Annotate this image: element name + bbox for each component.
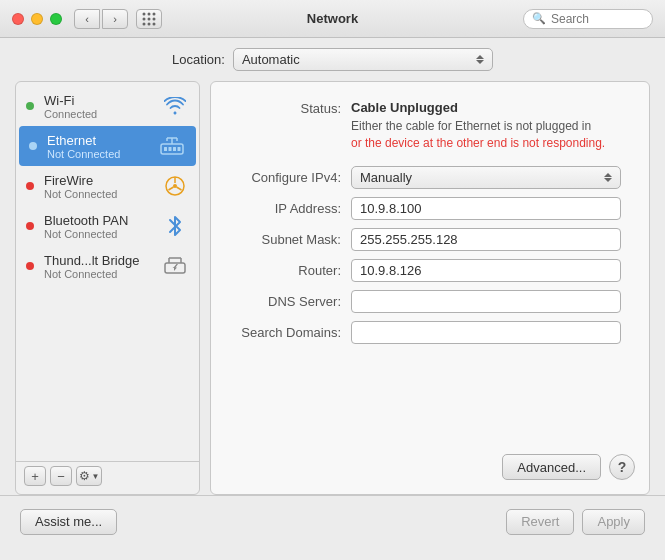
main-content: Wi-Fi Connected [0,81,665,495]
svg-line-20 [169,187,174,190]
gear-icon: ⚙ [79,469,90,483]
status-row: Status: Cable Unplugged Either the cable… [231,100,629,152]
sidebar-item-firewire[interactable]: FireWire Not Connected [16,166,199,206]
thunderbolt-name: Thund...lt Bridge [44,253,151,268]
status-label: Status: [231,100,351,116]
advanced-button[interactable]: Advanced... [502,454,601,480]
location-label: Location: [172,52,225,67]
search-domains-row: Search Domains: [231,321,629,344]
firewire-icon [161,172,189,200]
arrow-down-icon [476,60,484,64]
bottom-bar: Assist me... Revert Apply [0,495,665,547]
dns-row: DNS Server: [231,290,629,313]
svg-line-21 [177,187,182,190]
search-box[interactable]: 🔍 [523,9,653,29]
revert-button[interactable]: Revert [506,509,574,535]
traffic-lights [12,13,62,25]
firewire-status-dot [26,182,34,190]
arrow-up-icon [604,173,612,177]
detail-panel: Status: Cable Unplugged Either the cable… [210,81,650,495]
location-select-arrow [476,55,484,64]
sidebar-item-wifi[interactable]: Wi-Fi Connected [16,86,199,126]
ethernet-status-dot [29,142,37,150]
svg-point-4 [148,17,151,20]
network-settings-gear-button[interactable]: ⚙ ▼ [76,466,102,486]
svg-point-2 [153,12,156,15]
help-button[interactable]: ? [609,454,635,480]
configure-select-arrow [604,173,612,182]
router-input[interactable] [351,259,621,282]
search-domains-label: Search Domains: [231,325,351,340]
location-select[interactable]: Automatic [233,48,493,71]
forward-button[interactable]: › [102,9,128,29]
subnet-label: Subnet Mask: [231,232,351,247]
close-button[interactable] [12,13,24,25]
ethernet-name: Ethernet [47,133,148,148]
wifi-name: Wi-Fi [44,93,151,108]
router-label: Router: [231,263,351,278]
subnet-row: Subnet Mask: [231,228,629,251]
svg-rect-13 [178,147,181,151]
back-button[interactable]: ‹ [74,9,100,29]
svg-point-8 [153,22,156,25]
svg-point-7 [148,22,151,25]
arrow-down-icon [604,178,612,182]
location-bar: Location: Automatic [0,38,665,81]
titlebar: ‹ › Network 🔍 [0,0,665,38]
status-value-block: Cable Unplugged Either the cable for Eth… [351,100,605,152]
status-description: Either the cable for Ethernet is not plu… [351,118,605,152]
bluetooth-status: Not Connected [44,228,151,240]
router-row: Router: [231,259,629,282]
status-title: Cable Unplugged [351,100,605,115]
search-domains-input[interactable] [351,321,621,344]
assist-me-button[interactable]: Assist me... [20,509,117,535]
wifi-status-dot [26,102,34,110]
bluetooth-name: Bluetooth PAN [44,213,151,228]
ethernet-status: Not Connected [47,148,148,160]
svg-point-22 [173,184,177,188]
firewire-status: Not Connected [44,188,151,200]
ip-label: IP Address: [231,201,351,216]
svg-point-3 [143,17,146,20]
svg-point-1 [148,12,151,15]
add-network-button[interactable]: + [24,466,46,486]
sidebar: Wi-Fi Connected [15,81,200,495]
wifi-status: Connected [44,108,151,120]
arrow-up-icon [476,55,484,59]
firewire-name: FireWire [44,173,151,188]
dns-input[interactable] [351,290,621,313]
ip-row: IP Address: [231,197,629,220]
configure-value: Manually [360,170,412,185]
grid-button[interactable] [136,9,162,29]
wifi-icon [161,92,189,120]
minimize-button[interactable] [31,13,43,25]
sidebar-items-container: Wi-Fi Connected [16,82,199,461]
thunderbolt-icon [161,252,189,280]
thunderbolt-status: Not Connected [44,268,151,280]
sidebar-list: Wi-Fi Connected [16,82,199,290]
configure-select[interactable]: Manually [351,166,621,189]
search-icon: 🔍 [532,12,546,25]
sidebar-item-thunderbolt[interactable]: Thund...lt Bridge Not Connected [16,246,199,286]
remove-network-button[interactable]: − [50,466,72,486]
svg-rect-11 [169,147,172,151]
svg-rect-12 [173,147,176,151]
ethernet-icon [158,132,186,160]
sidebar-item-ethernet[interactable]: Ethernet Not Connected [19,126,196,166]
sidebar-footer: + − ⚙ ▼ [16,461,199,490]
configure-label: Configure IPv4: [231,170,351,185]
configure-row: Configure IPv4: Manually [231,166,629,189]
nav-buttons: ‹ › [74,9,128,29]
svg-point-0 [143,12,146,15]
apply-button[interactable]: Apply [582,509,645,535]
window-title: Network [307,11,358,26]
search-input[interactable] [551,12,641,26]
sidebar-item-bluetooth[interactable]: Bluetooth PAN Not Connected [16,206,199,246]
subnet-input[interactable] [351,228,621,251]
ip-input[interactable] [351,197,621,220]
thunderbolt-status-dot [26,262,34,270]
dns-label: DNS Server: [231,294,351,309]
maximize-button[interactable] [50,13,62,25]
bluetooth-status-dot [26,222,34,230]
panel-actions: Advanced... ? [502,454,635,480]
